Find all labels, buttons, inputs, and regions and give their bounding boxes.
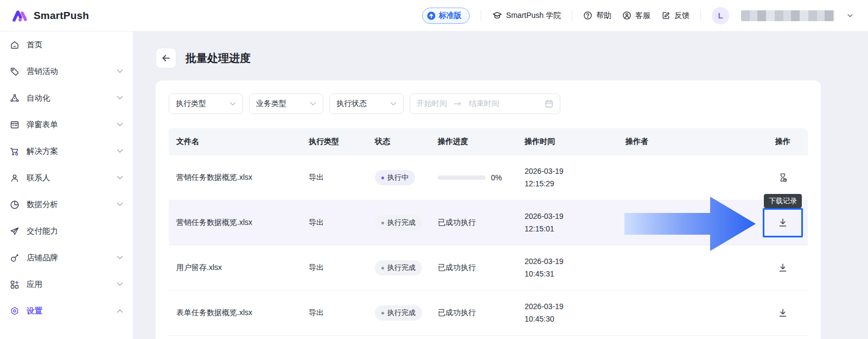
status-dot	[381, 267, 384, 269]
cell-filename: 营销任务数据概览.xlsx	[169, 173, 301, 183]
popup-form-icon	[10, 120, 20, 130]
gear-icon	[10, 306, 20, 316]
status-dot	[381, 222, 384, 224]
col-header-progress: 操作进度	[430, 137, 517, 147]
header-divider	[572, 10, 572, 21]
exec-type-label: 执行类型	[176, 99, 206, 109]
sidebar-item-settings[interactable]: 设置	[0, 298, 133, 324]
support-link[interactable]: 客服	[622, 11, 650, 21]
sidebar-item-label: 弹窗表单	[27, 120, 58, 130]
biz-type-label: 业务类型	[256, 99, 286, 109]
start-time-placeholder: 开始时间	[417, 99, 447, 109]
customer-service-icon	[622, 11, 631, 20]
chevron-down-icon	[117, 255, 123, 260]
progress-bar	[438, 175, 486, 180]
cell-time: 2026-03-1910:45:31	[517, 255, 618, 280]
page-title: 批量处理进度	[186, 51, 251, 66]
cart-icon	[10, 147, 20, 156]
feedback-link[interactable]: 反馈	[661, 11, 690, 21]
download-button[interactable]	[777, 307, 788, 318]
automation-icon	[10, 93, 20, 103]
sidebar-item-home[interactable]: 首页	[0, 32, 133, 58]
sidebar-item-label: 首页	[27, 40, 42, 50]
hourglass-icon	[777, 172, 788, 183]
sidebar-item-label: 交付能力	[27, 226, 58, 236]
arrow-left-icon	[161, 53, 171, 63]
question-circle-icon	[583, 11, 592, 20]
range-arrow-icon	[454, 101, 462, 106]
download-icon	[777, 307, 788, 318]
chevron-down-icon	[229, 102, 236, 106]
col-header-status: 状态	[367, 137, 430, 147]
cell-time: 2026-03-1910:45:30	[517, 300, 618, 325]
exec-type-select[interactable]: 执行类型	[169, 93, 243, 114]
exec-status-label: 执行状态	[336, 99, 367, 109]
sidebar-item-label: 联系人	[27, 173, 50, 183]
pending-button[interactable]	[777, 172, 788, 183]
sidebar-item-automation[interactable]: 自动化	[0, 85, 133, 111]
sidebar-item-delivery[interactable]: 交付能力	[0, 218, 133, 244]
header-actions: 标准版 SmartPush 学院 帮助	[422, 7, 868, 24]
table-row: 用户留存.xlsx 导出 执行完成 已成功执行 2026-03-1910:45:…	[169, 246, 808, 291]
help-link[interactable]: 帮助	[583, 11, 611, 21]
sidebar-item-store-brand[interactable]: 店铺品牌	[0, 244, 133, 271]
cell-progress-text: 已成功执行	[430, 263, 517, 273]
table-header-row: 文件名 执行类型 状态 操作进度 操作时间 操作者 操作	[169, 128, 808, 155]
plan-badge[interactable]: 标准版	[422, 8, 470, 24]
filter-bar: 执行类型 业务类型 执行状态 开始时间	[169, 93, 808, 114]
brand-logo[interactable]: SmartPush	[0, 9, 133, 23]
chevron-down-icon[interactable]	[846, 12, 854, 20]
sidebar-item-campaigns[interactable]: 营销活动	[0, 58, 133, 85]
brand-name: SmartPush	[34, 10, 89, 22]
grid-plus-icon	[10, 280, 20, 290]
status-badge-done: 执行完成	[375, 305, 422, 321]
person-icon	[10, 173, 20, 183]
end-time-placeholder: 结束时间	[469, 99, 538, 109]
brush-icon	[10, 253, 20, 263]
page-header: 批量处理进度	[156, 48, 251, 68]
progress-percent: 0%	[491, 173, 502, 182]
batch-progress-table: 文件名 执行类型 状态 操作进度 操作时间 操作者 操作 营销任务数据概览.xl…	[169, 128, 808, 336]
download-tooltip: 下载记录	[764, 194, 802, 208]
status-badge-done: 执行完成	[375, 260, 422, 275]
sidebar-item-solutions[interactable]: 解决方案	[0, 138, 133, 165]
academy-link[interactable]: SmartPush 学院	[492, 10, 561, 21]
calendar-icon	[545, 99, 553, 108]
sidebar-item-popup-forms[interactable]: 弹窗表单	[0, 111, 133, 138]
pie-chart-icon	[10, 200, 20, 210]
progress-indicator: 0%	[438, 173, 517, 182]
table-row: 营销任务数据概览.xlsx 导出 执行中 0% 2026-03-1912:15:…	[169, 155, 808, 200]
table-row: 表单任务数据概览.xlsx 导出 执行完成 已成功执行 2026-03-1910…	[169, 291, 808, 336]
cell-time: 2026-03-1912:15:29	[517, 165, 618, 190]
chevron-down-icon	[117, 69, 123, 74]
back-button[interactable]	[156, 48, 176, 68]
tag-icon	[10, 67, 20, 77]
sidebar-item-label: 设置	[27, 306, 42, 316]
download-button[interactable]	[777, 262, 788, 273]
sidebar-item-label: 营销活动	[27, 66, 58, 77]
sidebar-item-label: 自动化	[27, 93, 50, 103]
status-badge-done: 执行完成	[375, 215, 422, 230]
date-range-picker[interactable]: 开始时间 结束时间	[410, 93, 560, 114]
sidebar-item-contacts[interactable]: 联系人	[0, 165, 133, 191]
feedback-label: 反馈	[674, 11, 690, 21]
exec-status-select[interactable]: 执行状态	[329, 93, 404, 114]
annotation-highlight-box	[763, 208, 803, 237]
header-divider	[481, 10, 481, 21]
chevron-up-icon	[117, 309, 123, 313]
content-card: 执行类型 业务类型 执行状态 开始时间	[156, 80, 821, 339]
col-header-time: 操作时间	[517, 137, 618, 147]
avatar[interactable]: L	[712, 7, 729, 24]
chevron-down-icon	[390, 102, 397, 106]
chevron-down-icon	[117, 282, 123, 287]
sidebar-item-analytics[interactable]: 数据分析	[0, 191, 133, 218]
sidebar-item-apps[interactable]: 应用	[0, 271, 133, 298]
biz-type-select[interactable]: 业务类型	[249, 93, 323, 114]
cell-exec-type: 导出	[301, 218, 367, 228]
app-header: SmartPush 标准版 SmartPush 学院	[0, 0, 868, 32]
cell-filename: 营销任务数据概览.xlsx	[169, 218, 301, 228]
cell-exec-type: 导出	[301, 173, 367, 183]
chevron-down-icon	[117, 96, 123, 101]
cell-time: 2026-03-1912:15:01	[517, 210, 618, 235]
cell-exec-type: 导出	[301, 263, 367, 273]
